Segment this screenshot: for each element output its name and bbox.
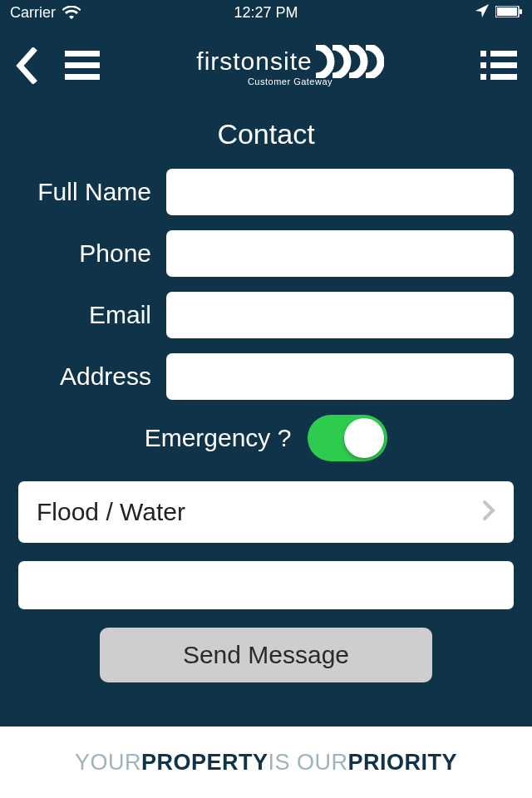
chevron-right-icon <box>482 500 495 525</box>
brand-tagline: Customer Gateway <box>248 76 332 86</box>
battery-icon <box>495 4 522 22</box>
full-name-label: Full Name <box>18 178 166 206</box>
slogan-part3: IS OUR <box>268 750 348 776</box>
svg-rect-3 <box>65 51 100 57</box>
phone-label: Phone <box>18 239 166 268</box>
emergency-toggle[interactable] <box>308 415 387 461</box>
email-input[interactable] <box>166 292 514 338</box>
svg-rect-7 <box>490 51 517 57</box>
svg-rect-11 <box>490 74 517 80</box>
svg-rect-2 <box>520 9 522 14</box>
category-selected-label: Flood / Water <box>37 498 185 526</box>
svg-rect-5 <box>65 74 100 80</box>
svg-rect-6 <box>480 51 486 57</box>
send-message-button[interactable]: Send Message <box>100 628 432 682</box>
brand-logo: firstonsite Customer Gateway <box>196 45 383 86</box>
svg-rect-4 <box>65 62 100 68</box>
arcs-icon <box>313 45 384 78</box>
brand-name: firstonsite <box>196 47 312 76</box>
address-input[interactable] <box>166 353 514 400</box>
wifi-icon <box>62 6 81 19</box>
full-name-input[interactable] <box>166 169 514 215</box>
location-icon <box>475 4 489 22</box>
svg-rect-9 <box>490 62 517 68</box>
slogan-part1: YOUR <box>75 750 141 776</box>
page-title: Contact <box>0 118 532 150</box>
hamburger-menu-button[interactable] <box>65 51 100 81</box>
back-button[interactable] <box>15 47 38 84</box>
svg-rect-10 <box>480 74 486 80</box>
list-view-button[interactable] <box>480 51 517 81</box>
carrier-label: Carrier <box>10 4 56 22</box>
address-label: Address <box>18 362 166 391</box>
svg-rect-8 <box>480 62 486 68</box>
status-bar: Carrier 12:27 PM <box>0 0 532 25</box>
contact-form: Full Name Phone Email Address Emergency … <box>0 169 532 682</box>
email-label: Email <box>18 301 166 329</box>
category-select[interactable]: Flood / Water <box>18 481 514 543</box>
footer-slogan: YOUR PROPERTY IS OUR PRIORITY <box>0 727 532 798</box>
svg-rect-1 <box>497 7 517 16</box>
phone-input[interactable] <box>166 230 514 277</box>
emergency-label: Emergency ? <box>145 424 292 452</box>
nav-bar: firstonsite Customer Gateway <box>0 25 532 106</box>
message-input[interactable] <box>18 561 514 609</box>
toggle-knob <box>344 418 384 458</box>
slogan-part2: PROPERTY <box>141 750 268 776</box>
slogan-part4: PRIORITY <box>348 750 458 776</box>
